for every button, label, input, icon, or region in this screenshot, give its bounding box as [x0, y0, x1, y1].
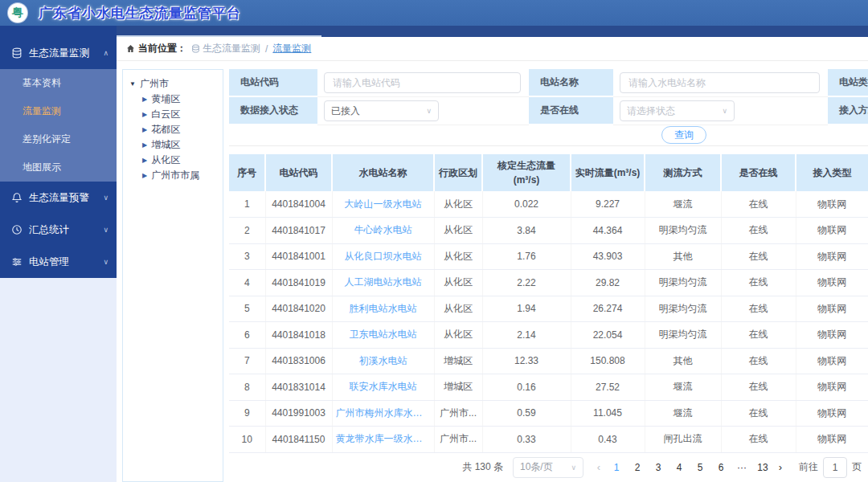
cell-station-name[interactable]: 人工湖电站水电站: [332, 270, 434, 296]
cell-measure-method: 其他: [645, 348, 721, 374]
cell-station-name[interactable]: 牛心岭水电站: [332, 218, 434, 244]
cell-index: 10: [229, 427, 265, 453]
tree-node[interactable]: ▶黄埔区: [129, 92, 223, 107]
cell-approved-eco-flow: 12.33: [482, 348, 571, 374]
cell-station-name[interactable]: 初溪水电站: [332, 348, 434, 374]
table-row: 44401841019人工湖电站水电站从化区2.2229.82明渠均匀流在线物联…: [229, 270, 868, 296]
total-count: 共 130 条: [462, 460, 503, 474]
cell-access-type: 物联网: [796, 243, 868, 270]
sidebar-group-eco-flow-warning[interactable]: 生态流量预警 ∨: [0, 182, 117, 214]
cell-district: 广州市...: [434, 427, 482, 453]
pager-page-5[interactable]: 5: [691, 462, 709, 473]
next-page-button[interactable]: ›: [773, 461, 788, 473]
data-access-status-select[interactable]: 已接入 ∨: [324, 100, 439, 121]
cell-realtime-flow: 22.054: [571, 322, 645, 349]
cell-station-name[interactable]: 从化良口坝水电站: [332, 243, 434, 270]
cell-online-status: 在线: [721, 270, 796, 296]
chevron-down-icon: ∨: [103, 194, 108, 202]
cell-realtime-flow: 150.808: [571, 348, 645, 374]
pager-ellipsis[interactable]: ···: [733, 462, 751, 473]
cell-realtime-flow: 0.43: [571, 427, 645, 453]
cell-district: 从化区: [434, 191, 482, 218]
station-name-field: [613, 69, 828, 97]
cell-district: 从化区: [434, 243, 482, 270]
pager-page-3[interactable]: 3: [649, 462, 667, 473]
table-row: 14401841004大岭山一级水电站从化区0.0229.227堰流在线物联网: [229, 191, 868, 218]
chevron-down-icon: ∨: [426, 107, 432, 115]
pager-page-13[interactable]: 13: [754, 462, 772, 473]
tree-node-label: 花都区: [151, 123, 180, 137]
cell-district: 增城区: [434, 348, 482, 374]
breadcrumb: 当前位置： 生态流量监测 / 流量监测: [117, 37, 868, 61]
sidebar-item[interactable]: 流量监测: [0, 97, 117, 125]
table-row: 34401841001从化良口坝水电站从化区1.7643.903其他在线物联网: [229, 243, 868, 270]
cell-online-status: 在线: [721, 322, 796, 349]
cell-measure-method: 其他: [645, 243, 721, 270]
sidebar-submenu: 基本资料流量监测差别化评定地图展示: [0, 69, 117, 182]
cell-index: 5: [229, 296, 265, 322]
query-button[interactable]: 查询: [661, 126, 706, 144]
cell-station-code: 4401991003: [265, 400, 332, 427]
pager-page-4[interactable]: 4: [670, 462, 688, 473]
cell-measure-method: 堰流: [645, 191, 721, 218]
page-size-select[interactable]: 10条/页 ∨: [513, 457, 583, 478]
tree-node[interactable]: ▶增城区: [129, 137, 223, 153]
active-tab-underline: [117, 26, 321, 37]
cell-measure-method: 明渠均匀流: [645, 322, 721, 349]
tree-node[interactable]: ▶白云区: [129, 107, 223, 122]
online-status-select[interactable]: 请选择状态 ∨: [620, 100, 735, 121]
breadcrumb-current[interactable]: 流量监测: [272, 42, 311, 55]
sidebar-group-eco-flow-monitoring[interactable]: 生态流量监测 ∧: [0, 37, 117, 69]
pager-page-1[interactable]: 1: [608, 462, 625, 473]
table-row: 24401841017牛心岭水电站从化区3.8444.364明渠均匀流在线物联网: [229, 218, 868, 244]
cell-online-status: 在线: [721, 218, 796, 244]
sidebar-item[interactable]: 基本资料: [0, 69, 117, 97]
sidebar-item[interactable]: 差别化评定: [0, 125, 117, 153]
cell-station-name[interactable]: 卫东电站水电站: [332, 322, 434, 349]
cell-measure-method: 明渠均匀流: [645, 270, 721, 296]
goto-page-input[interactable]: [823, 457, 847, 478]
caret-right-icon: ▶: [142, 141, 147, 149]
cell-district: 从化区: [434, 322, 482, 349]
cell-access-type: 物联网: [796, 400, 868, 427]
cell-station-name[interactable]: 广州市梅州水库水电站: [332, 400, 434, 427]
station-code-input[interactable]: [324, 72, 521, 93]
cell-realtime-flow: 9.227: [571, 191, 645, 218]
goto-suffix: 页: [852, 460, 862, 474]
cell-district: 增城区: [434, 374, 482, 401]
tree-node[interactable]: ▶广州市市属: [129, 168, 223, 183]
tree-node[interactable]: ▶从化区: [129, 153, 223, 168]
cell-index: 7: [229, 348, 265, 374]
cell-station-name[interactable]: 大岭山一级水电站: [332, 191, 434, 218]
cell-access-type: 物联网: [796, 322, 868, 349]
caret-right-icon: ▶: [142, 126, 147, 133]
cell-approved-eco-flow: 3.84: [482, 218, 571, 244]
pager-page-6[interactable]: 6: [712, 462, 730, 473]
breadcrumb-parent[interactable]: 生态流量监测: [191, 42, 260, 55]
prev-page-button[interactable]: ‹: [592, 461, 606, 473]
cell-index: 4: [229, 270, 265, 296]
bell-icon: [11, 192, 23, 203]
cell-access-type: 物联网: [796, 270, 868, 296]
cell-index: 3: [229, 243, 265, 270]
sidebar-item[interactable]: 地图展示: [0, 153, 117, 182]
sidebar-group-summary-statistics[interactable]: 汇总统计 ∨: [0, 214, 117, 246]
chevron-down-icon: ∨: [103, 226, 108, 234]
filter-actions: 查询: [229, 125, 868, 146]
pager-pages: 123456···13: [606, 462, 773, 473]
cell-online-status: 在线: [721, 243, 796, 270]
cell-station-name[interactable]: 黄龙带水库一级水电站: [332, 427, 434, 453]
breadcrumb-parent-label: 生态流量监测: [203, 42, 260, 55]
pager-page-2[interactable]: 2: [628, 462, 646, 473]
tree-node-root[interactable]: ▼ 广州市: [129, 76, 223, 92]
cell-district: 从化区: [434, 218, 482, 244]
tree-node[interactable]: ▶花都区: [129, 122, 223, 137]
chevron-down-icon: ∨: [722, 107, 727, 115]
column-header: 接入类型: [796, 154, 868, 191]
station-name-input[interactable]: [620, 72, 820, 93]
cell-station-name[interactable]: 联安水库水电站: [332, 374, 434, 401]
cell-station-name[interactable]: 胜利电站水电站: [332, 296, 434, 322]
data-access-status-label: 数据接入状态: [229, 97, 317, 125]
cell-station-code: 4401841150: [265, 427, 332, 453]
sidebar-group-station-management[interactable]: 电站管理 ∨: [0, 246, 117, 278]
